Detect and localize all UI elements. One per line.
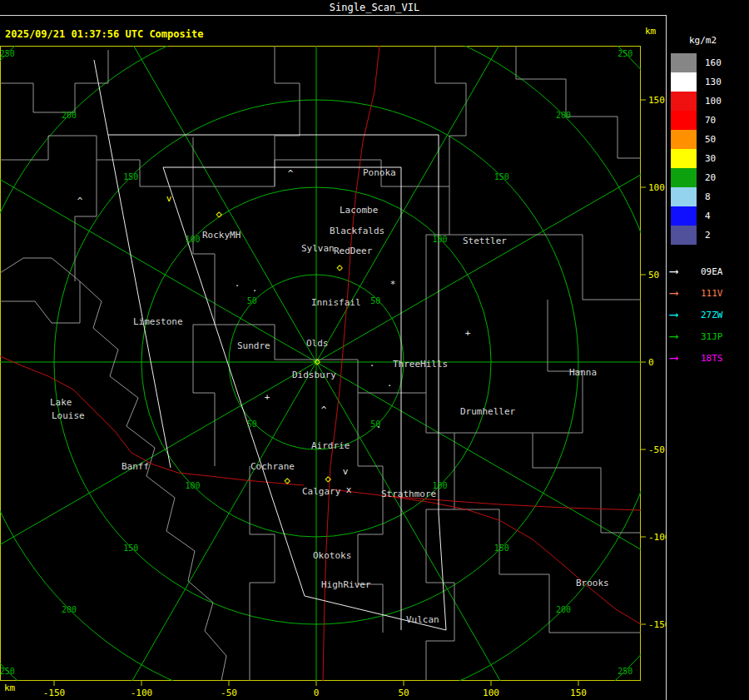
legend-swatch xyxy=(671,72,697,92)
ring-label: 150 xyxy=(123,172,138,181)
ring-label: 150 xyxy=(494,172,509,181)
legend-track-row: ⟶111V xyxy=(670,282,748,304)
legend-value: 4 xyxy=(705,206,711,226)
boundary-line xyxy=(0,50,108,112)
scan-datetime: 2025/09/21 01:37:56 UTC Composite xyxy=(5,28,203,40)
track-arrow-icon: ⟶ xyxy=(670,325,701,347)
legend-value: 160 xyxy=(705,53,722,72)
legend-scale-row: 100 xyxy=(671,92,747,111)
legend-swatch xyxy=(671,111,697,130)
legend-value: 70 xyxy=(705,111,716,130)
legend-swatch xyxy=(671,92,697,111)
boundary-line xyxy=(454,509,641,633)
legend-track-row: ⟶09EA xyxy=(670,261,748,282)
ring-label: 250 xyxy=(618,49,632,58)
legend-tracks: ⟶09EA⟶111V⟶27ZW⟶31JP⟶18TS xyxy=(670,261,748,369)
ring-label: 100 xyxy=(186,235,201,244)
track-arrow-icon: ⟶ xyxy=(670,304,701,325)
road-line xyxy=(387,496,641,510)
boundary-line xyxy=(275,46,300,186)
ring-label: 50 xyxy=(370,420,380,429)
radar-window: Single_Scan_VIL 501001502002505010015020… xyxy=(0,0,749,700)
legend-value: 20 xyxy=(705,168,716,187)
ring-label: 50 xyxy=(370,296,380,305)
boundary-line xyxy=(449,186,641,300)
radial-line xyxy=(316,362,566,700)
boundary-line xyxy=(426,235,454,681)
ring-label: 200 xyxy=(556,111,571,120)
legend-panel: kg/m2 16013010070503020842 ⟶09EA⟶111V⟶27… xyxy=(667,15,749,700)
legend-scale-row: 20 xyxy=(671,168,747,187)
legend-scale-row: 70 xyxy=(671,111,747,130)
boundary-line xyxy=(75,160,97,281)
ring-label: 250 xyxy=(0,667,15,676)
coverage-line xyxy=(439,514,446,630)
legend-swatch xyxy=(671,149,697,168)
boundary-line xyxy=(0,258,80,323)
track-id: 31JP xyxy=(701,331,723,342)
ring-label: 50 xyxy=(247,420,257,429)
ring-label: 200 xyxy=(62,111,77,120)
range-ring xyxy=(0,0,749,700)
boundary-line xyxy=(454,433,641,533)
legend-value: 50 xyxy=(705,130,716,149)
right-axis-unit: km xyxy=(645,26,656,37)
bottom-axis-unit: km xyxy=(4,683,15,693)
legend-scale-row: 50 xyxy=(671,130,747,149)
ring-label: 250 xyxy=(618,667,632,676)
legend-scale-row: 4 xyxy=(671,206,747,226)
legend-value: 2 xyxy=(705,226,711,245)
legend-scale-row: 130 xyxy=(671,72,747,92)
track-arrow-icon: ⟶ xyxy=(670,261,701,282)
legend-value: 130 xyxy=(705,72,722,92)
boundary-line xyxy=(435,46,466,186)
ring-label: 250 xyxy=(0,49,15,58)
ring-label: 150 xyxy=(494,544,509,553)
legend-scale-row: 8 xyxy=(671,187,747,206)
coverage-line xyxy=(163,167,305,596)
legend-swatch xyxy=(671,206,697,226)
legend-scale: 16013010070503020842 xyxy=(671,53,747,245)
legend-swatch xyxy=(671,226,697,245)
legend-scale-row: 160 xyxy=(671,53,747,72)
radial-line xyxy=(67,362,316,700)
legend-scale-row: 30 xyxy=(671,149,747,168)
boundary-line xyxy=(80,281,226,681)
ring-label: 50 xyxy=(247,296,257,305)
coverage-line xyxy=(94,60,171,468)
legend-value: 30 xyxy=(705,149,716,168)
ring-label: 100 xyxy=(432,481,447,490)
ring-label: 100 xyxy=(186,481,201,490)
legend-scale-row: 2 xyxy=(671,226,747,245)
boundary-line xyxy=(250,466,275,681)
road-line xyxy=(323,46,379,681)
track-id: 111V xyxy=(701,288,723,299)
legend-unit: kg/m2 xyxy=(689,35,717,46)
boundary-line xyxy=(215,325,426,393)
track-id: 09EA xyxy=(701,266,723,277)
radial-line xyxy=(67,0,316,362)
legend-track-row: ⟶27ZW xyxy=(670,304,748,325)
legend-swatch xyxy=(671,130,697,149)
legend-swatch xyxy=(671,53,697,72)
ring-label: 200 xyxy=(62,605,77,614)
radial-line xyxy=(316,0,566,362)
ring-label: 100 xyxy=(432,235,447,244)
ring-label: 200 xyxy=(556,605,571,614)
legend-value: 8 xyxy=(705,187,711,206)
radar-map[interactable]: 5010015020025050100150200250501001502002… xyxy=(0,0,749,700)
ring-label: 150 xyxy=(123,544,138,553)
track-id: 18TS xyxy=(701,353,723,364)
legend-track-row: ⟶18TS xyxy=(670,347,748,369)
legend-track-row: ⟶31JP xyxy=(670,325,748,347)
legend-swatch xyxy=(671,187,697,206)
track-arrow-icon: ⟶ xyxy=(670,282,701,304)
boundary-line xyxy=(516,46,641,158)
legend-swatch xyxy=(671,168,697,187)
boundary-line xyxy=(193,160,449,186)
legend-value: 100 xyxy=(705,92,722,111)
track-arrow-icon: ⟶ xyxy=(670,347,701,369)
track-id: 27ZW xyxy=(701,310,723,320)
